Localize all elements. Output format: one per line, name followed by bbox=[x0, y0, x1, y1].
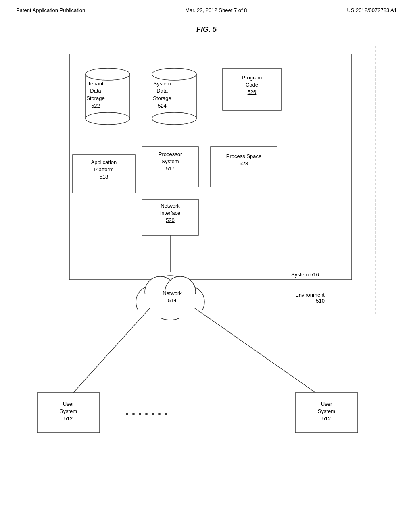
tenant-storage-label: TenantDataStorage 522 bbox=[73, 80, 118, 110]
svg-rect-8 bbox=[223, 68, 281, 110]
svg-point-4 bbox=[86, 112, 130, 125]
network-interface-ref: 520 bbox=[166, 217, 175, 223]
network-ref: 514 bbox=[168, 297, 177, 303]
svg-rect-2 bbox=[86, 74, 130, 118]
svg-rect-23 bbox=[295, 393, 358, 433]
svg-point-14 bbox=[148, 276, 192, 320]
svg-rect-0 bbox=[21, 46, 376, 316]
svg-rect-11 bbox=[211, 147, 277, 187]
process-space-label: Process Space 528 bbox=[211, 153, 277, 167]
header-left: Patent Application Publication bbox=[16, 7, 85, 13]
process-space-ref: 528 bbox=[240, 160, 248, 166]
svg-point-15 bbox=[136, 286, 168, 318]
dot-3 bbox=[139, 413, 141, 415]
svg-point-7 bbox=[152, 112, 196, 125]
network-interface-label: NetworkInterface 520 bbox=[142, 202, 198, 224]
svg-rect-22 bbox=[37, 393, 100, 433]
svg-line-20 bbox=[73, 308, 150, 393]
ellipsis-dots bbox=[126, 413, 167, 415]
user-system-right-ref: 512 bbox=[322, 416, 331, 422]
app-platform-label: ApplicationPlatform 518 bbox=[73, 159, 135, 181]
page-header: Patent Application Publication Mar. 22, … bbox=[0, 0, 413, 13]
svg-rect-9 bbox=[73, 155, 135, 193]
svg-point-16 bbox=[172, 286, 204, 318]
program-code-ref: 526 bbox=[248, 89, 257, 95]
app-platform-ref: 518 bbox=[100, 174, 108, 180]
svg-rect-5 bbox=[152, 74, 196, 118]
network-label: Network 514 bbox=[150, 290, 194, 304]
system-label: System 516 bbox=[291, 272, 319, 278]
svg-rect-12 bbox=[142, 199, 198, 235]
environment-ref: 510 bbox=[316, 298, 325, 304]
svg-point-17 bbox=[145, 276, 175, 307]
svg-point-3 bbox=[86, 68, 130, 80]
user-system-left-ref: 512 bbox=[64, 416, 73, 422]
svg-rect-10 bbox=[142, 147, 198, 187]
dot-5 bbox=[152, 413, 154, 415]
dot-6 bbox=[158, 413, 161, 415]
header-center: Mar. 22, 2012 Sheet 7 of 8 bbox=[185, 7, 247, 13]
processor-system-ref: 517 bbox=[166, 166, 175, 172]
tenant-storage-ref: 522 bbox=[91, 103, 100, 109]
svg-rect-19 bbox=[138, 294, 202, 318]
svg-point-6 bbox=[152, 68, 196, 80]
dot-1 bbox=[126, 413, 128, 415]
header-right: US 2012/0072783 A1 bbox=[347, 7, 397, 13]
system-ref: 516 bbox=[310, 272, 319, 278]
diagram: TenantDataStorage 522 SystemDataStorage … bbox=[13, 42, 400, 485]
system-storage-ref: 524 bbox=[158, 103, 167, 109]
figure-title: FIG. 5 bbox=[0, 25, 413, 34]
dot-4 bbox=[145, 413, 148, 415]
dot-7 bbox=[165, 413, 167, 415]
system-storage-label: SystemDataStorage 524 bbox=[140, 80, 184, 110]
svg-line-21 bbox=[194, 308, 315, 393]
dot-2 bbox=[132, 413, 135, 415]
user-system-left-label: UserSystem 512 bbox=[37, 401, 100, 423]
user-system-right-label: UserSystem 512 bbox=[295, 401, 358, 423]
processor-system-label: ProcessorSystem 517 bbox=[142, 151, 198, 173]
svg-point-18 bbox=[165, 276, 196, 307]
program-code-label: ProgramCode 526 bbox=[223, 74, 281, 96]
svg-rect-1 bbox=[69, 54, 352, 280]
environment-label: Environment 510 bbox=[295, 292, 325, 304]
